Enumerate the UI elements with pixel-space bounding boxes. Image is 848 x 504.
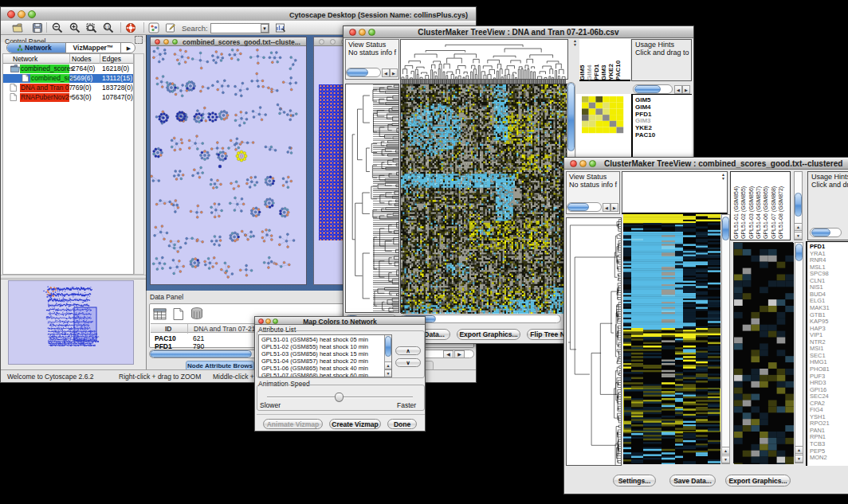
svg-text:YKE2: YKE2 <box>607 64 614 80</box>
svg-text:GPL51-04 (GSM857): GPL51-04 (GSM857) <box>756 186 762 239</box>
svg-text:GPL51-03 (GSM856): GPL51-03 (GSM856) <box>748 186 755 239</box>
svg-text:GPL51-07 (GSM868): GPL51-07 (GSM868) <box>771 186 777 239</box>
svg-text:1:1: 1:1 <box>104 25 110 29</box>
svg-text:GIM4: GIM4 <box>586 64 593 80</box>
svg-text:GPL51-02 (GSM855): GPL51-02 (GSM855) <box>740 186 747 239</box>
svg-text:PFD1: PFD1 <box>593 64 600 80</box>
svg-text:PAC10: PAC10 <box>614 60 622 80</box>
svg-text:GPL51-01 (GSM854): GPL51-01 (GSM854) <box>733 186 740 239</box>
svg-text:GIM5: GIM5 <box>579 64 586 80</box>
svg-text:GIM3: GIM3 <box>600 64 607 80</box>
svg-text:GPL51-06 (GSM865): GPL51-06 (GSM865) <box>763 186 769 239</box>
svg-text:GPL51-08 (GSM872): GPL51-08 (GSM872) <box>778 186 784 239</box>
